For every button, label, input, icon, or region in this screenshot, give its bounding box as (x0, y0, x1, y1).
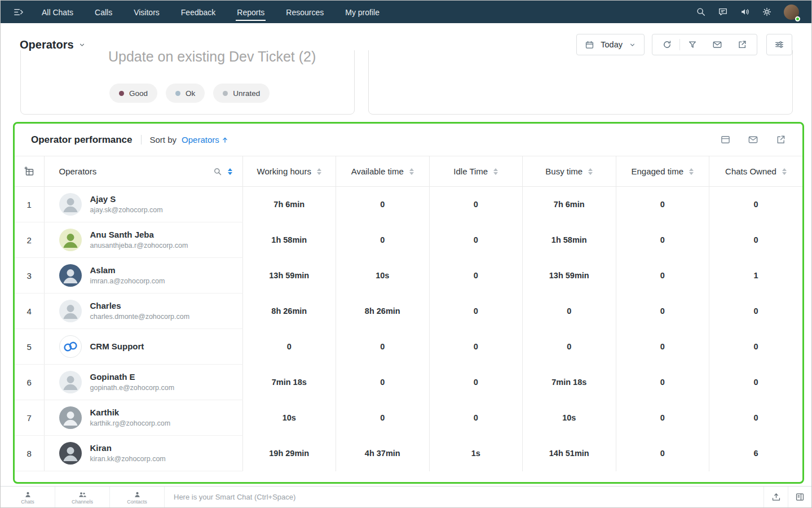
table-row[interactable]: 6 Gopinath Egopinath.e@zohocorp.com 7min… (15, 365, 802, 400)
sort-carets-icon[interactable] (782, 168, 787, 175)
smart-chat-input[interactable] (174, 493, 754, 501)
tray-upload-icon[interactable] (764, 487, 788, 507)
search-icon[interactable] (213, 167, 222, 176)
engaged-time-value: 0 (616, 258, 709, 294)
operator-avatar (59, 442, 82, 465)
operator-name: Karthik (90, 408, 171, 418)
report-header-icons (720, 134, 786, 145)
operator-avatar (59, 300, 82, 322)
nav-items: All Chats Calls Visitors Feedback Report… (41, 1, 381, 23)
feedback-chart-card: Update on existing Dev Ticket (2) Good O… (20, 50, 355, 115)
presence-dot (795, 16, 800, 21)
column-header-chats-owned[interactable]: Chats Owned (709, 156, 803, 187)
idle-time-value: 0 (429, 187, 523, 222)
legend-item-ok[interactable]: Ok (166, 84, 205, 103)
nav-item-reports[interactable]: Reports (236, 1, 266, 23)
row-index: 1 (15, 187, 44, 222)
sort-carets-icon[interactable] (317, 168, 321, 175)
top-nav: All Chats Calls Visitors Feedback Report… (1, 1, 811, 23)
page-header: Operators Today (1, 30, 811, 59)
sound-icon[interactable] (740, 7, 750, 17)
available-time-value: 0 (336, 329, 430, 365)
column-header-busy-time[interactable]: Busy time (523, 156, 616, 187)
nav-item-feedback[interactable]: Feedback (180, 1, 217, 23)
nav-item-calls[interactable]: Calls (94, 1, 113, 23)
news-panel-icon[interactable] (788, 487, 811, 507)
customize-columns-button[interactable] (766, 34, 792, 55)
legend-item-good[interactable]: Good (109, 84, 157, 103)
table-row[interactable]: 4 Charlescharles.dmonte@zohocorp.com 8h … (15, 294, 802, 329)
working-hours-value: 8h 26min (242, 294, 336, 329)
nav-item-visitors[interactable]: Visitors (133, 1, 161, 23)
table-row[interactable]: 7 Karthikkarthik.rg@zohocorp.com 10s 0 0… (15, 400, 802, 436)
column-header-idle-time[interactable]: Idle Time (429, 156, 523, 187)
operator-email: karthik.rg@zohocorp.com (90, 419, 171, 428)
column-label: Idle Time (453, 167, 488, 176)
engaged-time-value: 0 (616, 294, 709, 329)
page-title: Operators (20, 38, 74, 51)
working-hours-value: 19h 29min (242, 436, 336, 471)
sort-carets-icon[interactable] (493, 168, 498, 175)
working-hours-value: 13h 59min (242, 258, 336, 294)
table-row[interactable]: 8 Kirankiran.kk@zohocorp.com 19h 29min 4… (15, 436, 802, 471)
table-row[interactable]: 5 CRM Support 0 0 0 0 0 0 (15, 329, 802, 365)
nav-expand-icon[interactable] (13, 7, 24, 17)
settings-gear-icon[interactable] (762, 7, 772, 17)
refresh-icon[interactable] (655, 34, 679, 55)
date-filter-button[interactable]: Today (576, 34, 645, 55)
filter-icon[interactable] (680, 34, 705, 55)
legend-item-unrated[interactable]: Unrated (213, 84, 270, 103)
column-header-working-hours[interactable]: Working hours (242, 156, 336, 187)
operator-email: anusanthjeba.r@zohocorp.com (90, 241, 188, 250)
table-row[interactable]: 1 Ajay Sajay.sk@zohocorp.com 7h 6min 0 0… (15, 187, 802, 222)
user-avatar[interactable] (784, 5, 799, 20)
operator-name: Aslam (90, 265, 165, 276)
bottom-tab-chats[interactable]: Chats (1, 487, 55, 507)
report-title: Operator performance (31, 134, 133, 146)
column-header-available-time[interactable]: Available time (336, 156, 430, 187)
table-row[interactable]: 3 Aslamimran.a@zohocorp.com 13h 59min 10… (15, 258, 802, 294)
nav-item-my-profile[interactable]: My profile (344, 1, 381, 23)
app-window: All Chats Calls Visitors Feedback Report… (0, 0, 812, 508)
card-view-icon[interactable] (720, 134, 731, 145)
operator-name: Gopinath E (90, 372, 175, 383)
page-title-dropdown[interactable]: Operators (20, 38, 86, 51)
unrated-dot-icon (223, 91, 228, 96)
sort-by-selector[interactable]: Operators (182, 135, 229, 144)
table-row[interactable]: 2 Anu Santh Jebaanusanthjeba.r@zohocorp.… (15, 222, 802, 258)
mail-icon[interactable] (705, 34, 730, 55)
operator-avatar (59, 406, 82, 429)
export-icon[interactable] (775, 134, 786, 145)
table-header-row: Operators Working hours Available time (15, 156, 802, 187)
insert-column-icon[interactable] (15, 166, 44, 177)
column-header-engaged-time[interactable]: Engaged time (616, 156, 709, 187)
row-index: 3 (15, 258, 44, 294)
mail-icon[interactable] (748, 134, 758, 145)
nav-item-resources[interactable]: Resources (285, 1, 325, 23)
report-header: Operator performance Sort by Operators (15, 124, 802, 156)
nav-item-all-chats[interactable]: All Chats (41, 1, 74, 23)
sort-carets-icon[interactable] (228, 168, 232, 175)
good-dot-icon (119, 91, 124, 96)
column-header-index (15, 156, 44, 187)
bottom-tab-channels[interactable]: Channels (55, 487, 110, 507)
sort-carets-icon[interactable] (409, 168, 414, 175)
operator-email: kiran.kk@zohocorp.com (90, 454, 166, 463)
chats-owned-value: 0 (709, 329, 803, 365)
bottom-tab-contacts[interactable]: Contacts (110, 487, 165, 507)
idle-time-value: 0 (429, 294, 523, 329)
chats-owned-value: 0 (709, 400, 803, 436)
column-label: Operators (59, 167, 213, 176)
search-icon[interactable] (696, 7, 706, 17)
operator-avatar (59, 264, 82, 287)
feedback-chat-icon[interactable] (718, 7, 728, 17)
engaged-time-value: 0 (616, 436, 709, 471)
column-header-operators[interactable]: Operators (44, 156, 242, 187)
export-icon[interactable] (730, 34, 754, 55)
chats-person-icon (24, 491, 32, 498)
sort-carets-icon[interactable] (689, 168, 694, 175)
column-label: Engaged time (631, 167, 683, 176)
sort-by-label: Sort by (150, 135, 177, 144)
sort-carets-icon[interactable] (588, 168, 593, 175)
bottom-tab-label: Channels (72, 499, 93, 505)
